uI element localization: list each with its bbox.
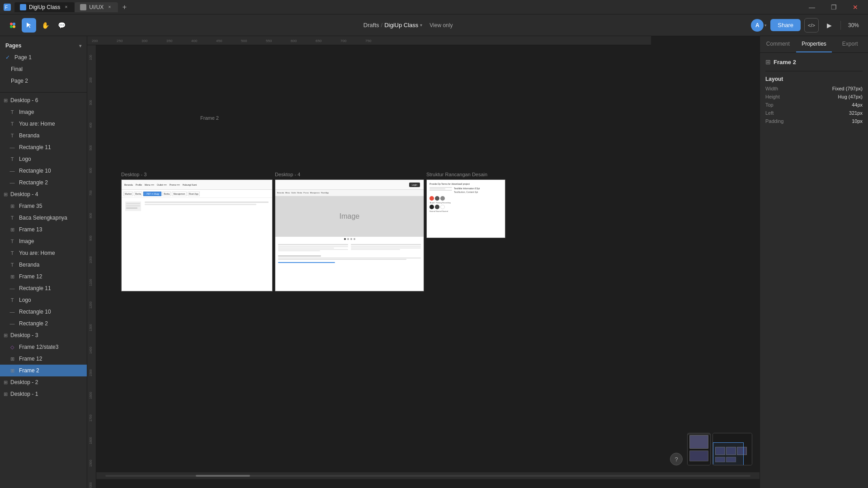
help-button[interactable]: ? bbox=[670, 453, 683, 465]
tab-comment[interactable]: Comment bbox=[760, 36, 796, 52]
layer-frame35[interactable]: ⊞ Frame 35 bbox=[0, 200, 87, 212]
svg-text:1000: 1000 bbox=[89, 256, 92, 263]
rect-icon-10-1: — bbox=[9, 168, 15, 174]
svg-text:250: 250 bbox=[117, 39, 123, 43]
layer-rect2-2[interactable]: — Rectangle 2 bbox=[0, 318, 87, 329]
layer-frame12-2-label: Frame 12 bbox=[19, 356, 42, 362]
height-row: Height Hug (47px) bbox=[765, 94, 863, 99]
tab-uiux[interactable]: UI/UX × bbox=[75, 2, 118, 12]
d4-sub-berita: Berita bbox=[297, 192, 302, 194]
project-dropdown-chevron: ▾ bbox=[420, 23, 422, 28]
svg-text:700: 700 bbox=[340, 39, 347, 43]
minimap-second[interactable] bbox=[687, 433, 711, 465]
comment-tool-btn[interactable]: 💬 bbox=[54, 18, 69, 33]
layer-desktop4-group[interactable]: ⊞ Desktop - 4 bbox=[0, 188, 87, 200]
page-2[interactable]: Page 2 bbox=[0, 75, 87, 87]
svg-point-7 bbox=[13, 25, 15, 28]
pages-header[interactable]: Pages ▾ bbox=[0, 40, 87, 52]
grid-icon-desktop2: ⊞ bbox=[4, 380, 8, 385]
desktop2-label-text: Desktop - 2 bbox=[10, 379, 38, 385]
sidebar-divider-1 bbox=[0, 92, 87, 93]
svg-text:800: 800 bbox=[89, 213, 92, 218]
struktur-canvas-label: Struktur Rancangan Desain bbox=[426, 172, 487, 177]
share-button[interactable]: Share bbox=[770, 19, 801, 31]
swatch-gray bbox=[440, 196, 445, 201]
scrollbar-track[interactable] bbox=[105, 475, 750, 477]
s-line3 bbox=[429, 190, 452, 191]
d3-nav-promo: Promo •••• bbox=[169, 183, 181, 187]
tab-digiup[interactable]: DigiUp Class × bbox=[14, 2, 75, 12]
layer-rect2-1[interactable]: — Rectangle 2 bbox=[0, 177, 87, 188]
canvas-scrollbar[interactable] bbox=[96, 472, 760, 479]
d4-link-line bbox=[278, 262, 335, 263]
figma-menu-btn[interactable] bbox=[5, 18, 20, 33]
svg-text:550: 550 bbox=[266, 39, 272, 43]
svg-text:600: 600 bbox=[89, 168, 92, 173]
layer-frame2[interactable]: ⊞ Frame 2 bbox=[0, 365, 87, 376]
left-value: 321px bbox=[849, 110, 863, 116]
svg-text:1500: 1500 bbox=[89, 369, 92, 376]
play-btn[interactable]: ▶ bbox=[822, 18, 837, 33]
minimap[interactable] bbox=[712, 433, 752, 465]
window-close-btn[interactable]: ✕ bbox=[846, 1, 864, 14]
svg-rect-2 bbox=[20, 4, 26, 10]
frame-title-row: ⊞ Frame 2 bbox=[765, 58, 863, 66]
project-name-dropdown[interactable]: DigiUp Class ▾ bbox=[384, 22, 422, 28]
tab-export[interactable]: Export bbox=[832, 36, 868, 52]
page-1[interactable]: ✓ Page 1 bbox=[0, 52, 87, 63]
d4-hero-label: Image bbox=[340, 212, 359, 221]
layer-beranda-1[interactable]: T Beranda bbox=[0, 130, 87, 141]
layer-frame12-2[interactable]: ⊞ Frame 12 bbox=[0, 353, 87, 365]
layer-youarehome-1[interactable]: T You are: Home bbox=[0, 118, 87, 130]
d3-content bbox=[122, 198, 272, 215]
tab-uiux-close[interactable]: × bbox=[106, 4, 113, 10]
layout-section: Layout Width Fixed (797px) Height Hug (4… bbox=[765, 76, 863, 124]
tab-digiup-close[interactable]: × bbox=[63, 4, 69, 10]
right-panel-tabs: Comment Properties Export bbox=[760, 36, 868, 53]
layer-image-1[interactable]: T Image bbox=[0, 106, 87, 118]
layer-bacaselengkapnya[interactable]: T Baca Selengkapnya bbox=[0, 212, 87, 224]
window-restore-btn[interactable]: ❐ bbox=[825, 1, 843, 14]
layer-desktop6-group[interactable]: ⊞ Desktop - 6 bbox=[0, 94, 87, 106]
hand-tool-btn[interactable]: ✋ bbox=[38, 18, 52, 33]
user-avatar[interactable]: A bbox=[751, 19, 764, 32]
layer-desktop3-group[interactable]: ⊞ Desktop - 3 bbox=[0, 329, 87, 341]
desktop4-frame[interactable]: Login Beranda Menu Outlet Berita Promo M… bbox=[275, 179, 424, 291]
desktop4-label: Desktop - 4 bbox=[10, 191, 38, 197]
layer-logo-1[interactable]: T Logo bbox=[0, 153, 87, 165]
canvas-area[interactable]: 200 250 300 350 400 450 500 550 600 650 … bbox=[87, 36, 760, 488]
layer-youarehome-2[interactable]: T You are: Home bbox=[0, 247, 87, 259]
page-final[interactable]: Final bbox=[0, 63, 87, 75]
desktop1-label-text: Desktop - 1 bbox=[10, 391, 38, 397]
code-view-btn[interactable]: </> bbox=[804, 18, 819, 33]
desktop3-frame[interactable]: Beranda Profile Menu •••• Outlet •••• Pr… bbox=[121, 179, 273, 291]
scrollbar-thumb[interactable] bbox=[196, 475, 250, 477]
layer-frame12-1[interactable]: ⊞ Frame 12 bbox=[0, 271, 87, 282]
zoom-level-display[interactable]: 30% bbox=[844, 20, 863, 30]
layer-image-2[interactable]: T Image bbox=[0, 235, 87, 247]
cursor-tool-btn[interactable] bbox=[22, 18, 36, 33]
selected-frame-element[interactable]: 797 × Hug bbox=[143, 192, 161, 196]
d3-nav-profile: Profile bbox=[135, 183, 143, 187]
layer-rect10-2[interactable]: — Rectangle 10 bbox=[0, 306, 87, 318]
layer-rect11-2[interactable]: — Rectangle 11 bbox=[0, 282, 87, 294]
layer-rect11-1[interactable]: — Rectangle 11 bbox=[0, 141, 87, 153]
struktur-frame[interactable]: Provide Dp Terms for /download/ project … bbox=[426, 179, 505, 238]
layer-frame13[interactable]: ⊞ Frame 13 bbox=[0, 224, 87, 235]
layer-beranda-2[interactable]: T Beranda bbox=[0, 259, 87, 271]
layer-desktop1-group[interactable]: ⊞ Desktop - 1 bbox=[0, 388, 87, 400]
canvas-content[interactable]: Frame 2 Desktop - 3 Desktop - 4 Struktur… bbox=[96, 45, 760, 479]
svg-text:1300: 1300 bbox=[89, 324, 92, 331]
layer-logo-2[interactable]: T Logo bbox=[0, 294, 87, 306]
add-tab-button[interactable]: + bbox=[118, 1, 131, 14]
breadcrumb-drafts[interactable]: Drafts bbox=[363, 22, 379, 28]
tab-properties[interactable]: Properties bbox=[796, 36, 832, 52]
ruler-left: 100 200 300 400 500 600 700 800 900 1000… bbox=[87, 45, 96, 488]
T-icon-home1: T bbox=[9, 121, 15, 127]
lbl-primary: Primary bbox=[436, 202, 441, 204]
layer-desktop2-group[interactable]: ⊞ Desktop - 2 bbox=[0, 376, 87, 388]
window-minimize-btn[interactable]: — bbox=[803, 1, 821, 14]
d4-sub-riset: Riset App bbox=[321, 192, 329, 194]
layer-rect10-1[interactable]: — Rectangle 10 bbox=[0, 165, 87, 177]
layer-frame12-state3[interactable]: ◇ Frame 12/state3 bbox=[0, 341, 87, 353]
